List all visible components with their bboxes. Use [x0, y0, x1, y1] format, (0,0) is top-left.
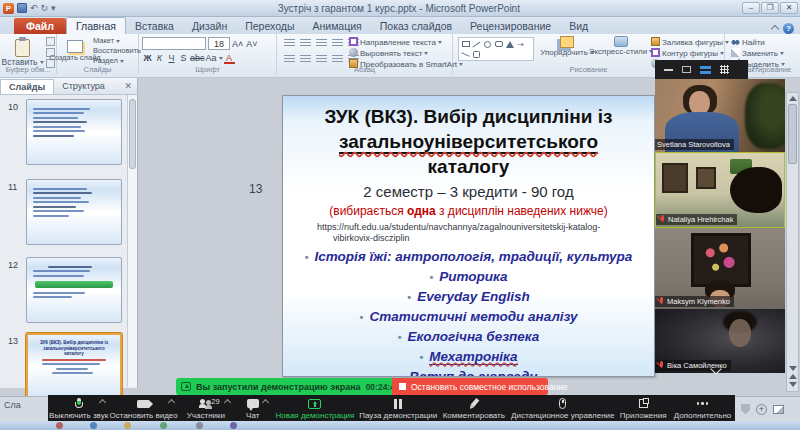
undo-icon[interactable]: ↶ — [30, 3, 38, 13]
chat-button[interactable]: Чат — [234, 395, 272, 421]
tab-transitions[interactable]: Переходы — [236, 18, 303, 34]
remote-control-button[interactable]: Дистанционное управление — [509, 395, 616, 421]
mic-options-chevron-icon[interactable] — [99, 399, 106, 406]
decrease-indent-icon[interactable] — [316, 39, 327, 48]
video-tile-4[interactable]: Віка Самойленко — [655, 309, 785, 373]
more-button[interactable]: Дополнительно — [670, 395, 735, 421]
slides-panel-scrollbar[interactable] — [127, 95, 137, 387]
panel-close-icon[interactable]: ✕ — [124, 81, 137, 91]
tab-slideshow[interactable]: Показ слайдов — [371, 18, 461, 34]
restore-button[interactable]: ❐ — [761, 2, 779, 14]
participants-button[interactable]: 29 Участники — [178, 395, 234, 421]
stop-share-button[interactable]: Остановить совместное использование — [392, 378, 548, 395]
font-size-input[interactable]: 18 — [208, 37, 230, 50]
slide-thumbnail-13-selected[interactable]: ЗУК (ВК3). Вибір дисципліни із загальноу… — [26, 333, 122, 399]
slides-tab[interactable]: Слайды — [0, 79, 54, 94]
slide-canvas[interactable]: ЗУК (ВК3). Вибір дисципліни із загальноу… — [282, 95, 655, 377]
previous-slide-icon[interactable] — [789, 374, 797, 379]
font-color-button[interactable]: А — [224, 52, 235, 64]
slide-thumbnail-11[interactable] — [26, 179, 122, 245]
new-share-button[interactable]: Новая демонстрация — [272, 395, 358, 421]
redo-icon[interactable]: ↻ — [41, 3, 49, 13]
arrange-button[interactable]: Упорядочить — [541, 36, 593, 57]
zoom-in-icon[interactable]: + — [756, 404, 767, 415]
slide-thumbnail-10[interactable] — [26, 99, 122, 165]
italic-button[interactable]: К — [154, 52, 165, 64]
tab-home[interactable]: Главная — [66, 17, 126, 34]
find-button[interactable]: Найти — [731, 37, 785, 48]
tab-view[interactable]: Вид — [560, 18, 597, 34]
text-direction-button[interactable]: Направление текста — [349, 37, 463, 48]
video-tile-2-active-speaker[interactable]: Nataliya Hrehirchak — [655, 152, 785, 228]
taskbar-app-icon[interactable] — [124, 422, 131, 429]
video-tile-3[interactable]: Maksym Klymenko — [655, 228, 785, 309]
fit-to-window-icon[interactable] — [773, 405, 784, 414]
font-name-input[interactable] — [142, 37, 206, 50]
minimize-button[interactable]: – — [742, 2, 760, 14]
bold-button[interactable]: Ж — [142, 52, 153, 64]
slide-title: ЗУК (ВК3). Вибір дисципліни із загальноу… — [283, 96, 654, 179]
paste-button[interactable]: Вставить — [0, 39, 45, 67]
shape-outline-button[interactable]: Контур фигуры — [651, 48, 729, 59]
change-case-button[interactable]: Aa — [206, 52, 223, 64]
strip-view-icon[interactable] — [700, 66, 711, 74]
tab-file[interactable]: Файл — [14, 18, 66, 34]
taskbar-app-icon[interactable] — [230, 422, 237, 429]
strikethrough-button[interactable]: abc — [190, 52, 205, 64]
replace-button[interactable]: Заменить — [731, 48, 785, 59]
taskbar-app-icon[interactable] — [196, 422, 203, 429]
tab-insert[interactable]: Вставка — [126, 18, 183, 34]
powerpoint-app-icon[interactable]: P — [3, 3, 14, 14]
shape-fill-button[interactable]: Заливка фигуры — [651, 37, 729, 48]
taskbar-app-icon[interactable] — [56, 422, 63, 429]
next-slide-icon[interactable] — [789, 382, 797, 387]
help-icon[interactable]: ? — [783, 23, 794, 34]
scroll-up-icon[interactable] — [789, 96, 797, 101]
video-tile-1[interactable]: Svetlana Starovoitova — [655, 79, 785, 152]
annotate-button[interactable]: Комментировать — [438, 395, 509, 421]
justify-icon[interactable] — [332, 55, 343, 64]
align-center-icon[interactable] — [300, 55, 311, 64]
quick-styles-button[interactable]: Экспресс-стили — [595, 36, 647, 56]
powerpoint-titlebar: P ↶ ↻ ▾ Зустріч з гарантом 1 курс.pptx -… — [0, 0, 800, 17]
align-right-icon[interactable] — [316, 55, 327, 64]
chat-chevron-icon[interactable] — [262, 399, 269, 406]
new-slide-button[interactable]: Создать слайд — [57, 40, 93, 62]
mute-button[interactable]: Выключить звук — [48, 395, 109, 421]
minimize-videos-icon[interactable] — [664, 69, 673, 71]
scroll-down-icon[interactable] — [789, 366, 797, 371]
taskbar-app-icon[interactable] — [160, 422, 167, 429]
close-button[interactable]: ✕ — [780, 2, 798, 14]
tab-design[interactable]: Дизайн — [183, 18, 236, 34]
collapse-videos-chevron-icon[interactable] — [712, 365, 721, 374]
slide-thumbnail-12[interactable] — [26, 257, 122, 323]
numbering-icon[interactable] — [300, 39, 311, 48]
cut-icon[interactable] — [46, 37, 55, 46]
layout-button[interactable]: Макет — [93, 36, 141, 46]
speaker-view-icon[interactable] — [682, 66, 691, 73]
align-text-button[interactable]: Выровнять текст — [349, 48, 463, 59]
align-left-icon[interactable] — [284, 55, 295, 64]
collapse-ribbon-icon[interactable] — [771, 24, 779, 32]
outline-tab[interactable]: Структура — [54, 79, 113, 93]
shadow-button[interactable]: S — [178, 52, 189, 64]
pause-share-button[interactable]: Пауза демонстрации — [358, 395, 438, 421]
save-icon[interactable] — [17, 3, 27, 13]
underline-button[interactable]: Ч — [166, 52, 177, 64]
main-scrollbar[interactable] — [786, 92, 799, 392]
bullets-icon[interactable] — [284, 39, 295, 48]
participants-chevron-icon[interactable] — [224, 399, 231, 406]
reset-button[interactable]: Восстановить — [93, 46, 141, 56]
tab-review[interactable]: Рецензирование — [461, 18, 560, 34]
tab-animations[interactable]: Анимация — [303, 18, 370, 34]
gallery-view-icon[interactable] — [720, 65, 729, 74]
stop-video-button[interactable]: Остановить видео — [109, 395, 178, 421]
scrollbar-thumb[interactable] — [788, 104, 797, 164]
apps-button[interactable]: Приложения — [616, 395, 670, 421]
shrink-font-icon[interactable]: A˅ — [246, 38, 257, 50]
video-options-chevron-icon[interactable] — [168, 399, 175, 406]
increase-indent-icon[interactable] — [332, 39, 343, 48]
grow-font-icon[interactable]: A˄ — [232, 38, 243, 50]
shapes-gallery[interactable]: → — [458, 37, 534, 61]
taskbar-app-icon[interactable] — [90, 422, 97, 429]
